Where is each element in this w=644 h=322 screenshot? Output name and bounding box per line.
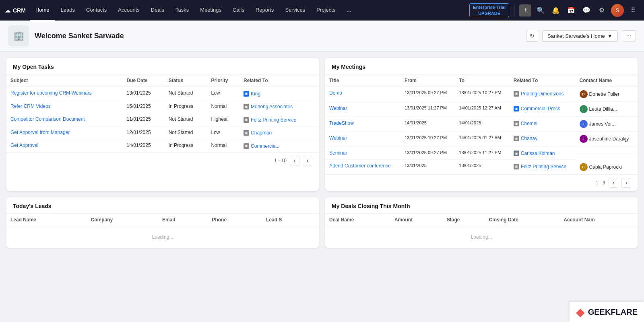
meetings-table-scroll[interactable]: Title From To Related To Contact Name De… — [325, 74, 638, 174]
nav-item-meetings[interactable]: Meetings — [194, 0, 227, 21]
col-m-to: To — [455, 74, 509, 87]
col-m-title: Title — [325, 74, 400, 87]
nav-item-tasks[interactable]: Tasks — [170, 0, 194, 21]
task-related-to[interactable]: ▣ Feltz Printing Service — [239, 113, 319, 126]
nav-item-contacts[interactable]: Contacts — [80, 0, 112, 21]
meeting-title[interactable]: Demo — [325, 87, 400, 102]
deals-table: Deal NameAmountStageClosing DateAccount … — [325, 214, 638, 248]
open-tasks-body: Subject Due Date Status Priority Related… — [6, 74, 319, 152]
col-deal-account-nam: Account Nam — [559, 214, 638, 226]
deals-empty: Loading... — [325, 226, 638, 248]
task-status: Not Started — [165, 87, 207, 100]
main-content: My Open Tasks Subject Due Date Status Pr… — [0, 52, 644, 254]
task-subject[interactable]: Refer CRM Videos — [6, 100, 123, 113]
meeting-from: 13/01/2025 10:27 PM — [400, 132, 455, 147]
upgrade-line1: Enterprise-Trial — [473, 4, 506, 10]
related-icon: ▣ — [514, 121, 519, 126]
meetings-card: My Meetings Title From To Related To Con… — [325, 58, 638, 191]
related-icon: ▣ — [244, 91, 249, 97]
task-related-to[interactable]: ▣ Chapman — [239, 126, 319, 139]
related-icon: ▣ — [244, 104, 249, 109]
dropdown-chevron-icon: ▼ — [607, 33, 613, 39]
more-options-button[interactable]: ··· — [622, 30, 636, 41]
task-status: Not Started — [165, 126, 207, 139]
col-m-from: From — [400, 74, 455, 87]
app-grid-icon[interactable]: ⠿ — [627, 4, 639, 17]
meeting-related[interactable]: ▣ Printing Dimensions — [510, 87, 576, 102]
related-icon: ▣ — [244, 117, 249, 123]
col-deal-closing-date: Closing Date — [485, 214, 560, 226]
task-subject[interactable]: Get Apporval from Manager — [6, 126, 123, 139]
welcome-title: Welcome Sanket Sarwade — [35, 32, 520, 40]
nav-item-projects[interactable]: Projects — [311, 0, 341, 21]
meetings-prev-button[interactable]: ‹ — [609, 178, 618, 188]
task-subject[interactable]: Competitor Comparison Document — [6, 113, 123, 126]
notifications-icon[interactable]: 🔔 — [550, 4, 562, 17]
meeting-related[interactable]: ▣ Chemel — [510, 117, 576, 132]
contact-name: Donette Foller — [589, 91, 619, 97]
task-due-date: 12/01/2025 — [123, 126, 165, 139]
settings-icon[interactable]: ⚙ — [596, 4, 608, 17]
task-subject[interactable]: Register for upcoming CRM Webinars — [6, 87, 123, 100]
col-due-date: Due Date — [123, 74, 165, 87]
nav-item-deals[interactable]: Deals — [145, 0, 170, 21]
upgrade-badge[interactable]: Enterprise-Trial UPGRADE — [469, 3, 509, 17]
meeting-title[interactable]: Seminar — [325, 147, 400, 160]
col-deal-stage: Stage — [443, 214, 485, 226]
meeting-contact: C Capla Paprocki — [576, 160, 638, 174]
chat-icon[interactable]: 💬 — [580, 4, 592, 17]
col-lead-email: Email — [158, 214, 208, 226]
contact-name: Josephine Darakjy — [589, 136, 629, 142]
meeting-from: 13/01/2025 09:27 PM — [400, 87, 455, 102]
task-related-to[interactable]: ▣ Commercia... — [239, 139, 319, 152]
search-icon[interactable]: 🔍 — [535, 4, 547, 17]
col-lead-phone: Phone — [208, 214, 262, 226]
deals-table-scroll[interactable]: Deal NameAmountStageClosing DateAccount … — [325, 214, 638, 248]
leads-empty: Loading... — [6, 226, 319, 248]
meeting-from: 13/01/2025 — [400, 160, 455, 174]
nav-item-accounts[interactable]: Accounts — [112, 0, 145, 21]
meeting-related[interactable]: ▣ Chanay — [510, 132, 576, 147]
todays-leads-card: Today's Leads Lead NameCompanyEmailPhone… — [6, 197, 319, 248]
meeting-title[interactable]: Webinar — [325, 132, 400, 147]
nav-item-home[interactable]: Home — [30, 0, 55, 21]
home-dropdown[interactable]: Sanket Sarwade's Home ▼ — [542, 30, 618, 42]
tasks-next-button[interactable]: › — [303, 156, 312, 165]
col-deal-amount: Amount — [390, 214, 443, 226]
table-row: Seminar 13/01/2025 09:27 PM 13/01/2025 1… — [325, 147, 638, 160]
meetings-next-button[interactable]: › — [621, 178, 631, 188]
user-avatar[interactable]: S — [611, 4, 624, 17]
meeting-from: 13/01/2025 11:27 PM — [400, 102, 455, 117]
leads-table: Lead NameCompanyEmailPhoneLead S Loading… — [6, 214, 319, 248]
tasks-prev-button[interactable]: ‹ — [290, 156, 299, 165]
nav-item-...[interactable]: ... — [341, 0, 357, 21]
related-icon: ▣ — [514, 106, 519, 111]
my-deals-card: My Deals Closing This Month Deal NameAmo… — [325, 197, 638, 248]
meeting-from: 14/01/2025 — [400, 117, 455, 132]
meeting-title[interactable]: Webinar — [325, 102, 400, 117]
leads-table-scroll[interactable]: Lead NameCompanyEmailPhoneLead S Loading… — [6, 214, 319, 248]
meeting-title[interactable]: TradeShow — [325, 117, 400, 132]
task-related-to[interactable]: ▣ King — [239, 87, 319, 100]
meeting-related[interactable]: ▣ Feltz Printing Service — [510, 160, 576, 174]
nav-item-calls[interactable]: Calls — [227, 0, 250, 21]
refresh-button[interactable]: ↻ — [526, 30, 538, 42]
col-related-to: Related To — [239, 74, 319, 87]
table-row: Refer CRM Videos 15/01/2025 In Progress … — [6, 100, 319, 113]
meeting-title[interactable]: Attend Customer conference — [325, 160, 400, 174]
nav-item-services[interactable]: Services — [279, 0, 311, 21]
calendar-icon[interactable]: 📅 — [565, 4, 577, 17]
open-tasks-table-scroll[interactable]: Subject Due Date Status Priority Related… — [6, 74, 319, 152]
nav-item-reports[interactable]: Reports — [250, 0, 280, 21]
new-record-button[interactable]: + — [519, 4, 531, 17]
col-m-related: Related To — [510, 74, 576, 87]
contact-avatar: L — [580, 105, 588, 113]
topnav-right: Enterprise-Trial UPGRADE + 🔍 🔔 📅 💬 ⚙ S ⠿ — [469, 3, 639, 17]
crm-logo[interactable]: ☁ CRM — [5, 7, 26, 14]
task-related-to[interactable]: ▣ Morlong Associates — [239, 100, 319, 113]
related-icon: ▣ — [514, 91, 519, 97]
meeting-related[interactable]: ▣ Carissa Kidman — [510, 147, 576, 160]
meeting-related[interactable]: ▣ Commercial Press — [510, 102, 576, 117]
task-subject[interactable]: Get Approval — [6, 139, 123, 152]
nav-item-leads[interactable]: Leads — [55, 0, 80, 21]
